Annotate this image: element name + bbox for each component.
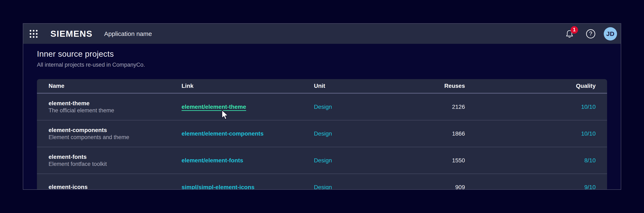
table-header-row: Name Link Unit Reuses Quality [37, 79, 607, 94]
column-header-unit: Unit [314, 83, 393, 89]
project-name: element-components [48, 127, 182, 133]
project-link[interactable]: element/element-theme [182, 104, 246, 110]
project-name: element-icons [48, 183, 182, 190]
project-reuses: 2126 [393, 104, 465, 110]
project-quality[interactable]: 10/10 [465, 104, 596, 110]
project-link[interactable]: element/element-components [182, 130, 264, 137]
column-header-link: Link [182, 83, 314, 89]
table-row: element-components Element components an… [37, 120, 607, 147]
page-subtitle: All internal projects re-used in Company… [37, 62, 607, 68]
project-link[interactable]: element/element-fonts [182, 157, 243, 164]
notification-badge: 1 [570, 26, 578, 34]
project-name-cell: element-icons [48, 183, 182, 190]
project-reuses: 1550 [393, 157, 465, 164]
project-description: Element fontface toolkit [48, 161, 182, 167]
project-name: element-theme [48, 100, 182, 107]
column-header-name: Name [48, 83, 182, 89]
project-quality[interactable]: 10/10 [465, 130, 596, 137]
column-header-quality: Quality [465, 83, 596, 89]
page-title: Inner source projects [37, 49, 607, 59]
project-unit[interactable]: Design [314, 130, 393, 137]
user-avatar[interactable]: JD [604, 27, 617, 41]
project-description: The official element theme [48, 107, 182, 114]
projects-table: Name Link Unit Reuses Quality element-th… [37, 79, 607, 190]
table-row: element-theme The official element theme… [37, 94, 607, 120]
project-unit[interactable]: Design [314, 157, 393, 164]
app-launcher-button[interactable] [30, 30, 38, 38]
header-actions: 1 ? JD [564, 27, 617, 41]
app-header: SIEMENS Application name 1 ? JD [23, 24, 621, 44]
siemens-logo: SIEMENS [50, 29, 92, 39]
table-row: element-icons simpl/simpl-element-icons … [37, 174, 607, 190]
project-name-cell: element-theme The official element theme [48, 100, 182, 114]
project-description: Element components and theme [48, 134, 182, 141]
project-quality[interactable]: 9/10 [465, 184, 596, 190]
notifications-button[interactable]: 1 [564, 29, 574, 39]
project-reuses: 909 [393, 184, 465, 190]
project-name-cell: element-components Element components an… [48, 127, 182, 141]
question-mark-icon: ? [589, 31, 592, 37]
project-link[interactable]: simpl/simpl-element-icons [182, 184, 254, 190]
project-reuses: 1866 [393, 130, 465, 137]
project-name-cell: element-fonts Element fontface toolkit [48, 153, 182, 167]
help-button[interactable]: ? [586, 29, 595, 38]
application-name: Application name [104, 30, 152, 37]
project-unit[interactable]: Design [314, 104, 393, 110]
table-row: element-fonts Element fontface toolkit e… [37, 147, 607, 174]
app-window: SIEMENS Application name 1 ? JD Inner so… [23, 23, 621, 190]
project-name: element-fonts [48, 153, 182, 160]
page-content: Inner source projects All internal proje… [23, 49, 621, 190]
column-header-reuses: Reuses [393, 83, 465, 89]
project-quality[interactable]: 8/10 [465, 157, 596, 164]
project-unit[interactable]: Design [314, 184, 393, 190]
